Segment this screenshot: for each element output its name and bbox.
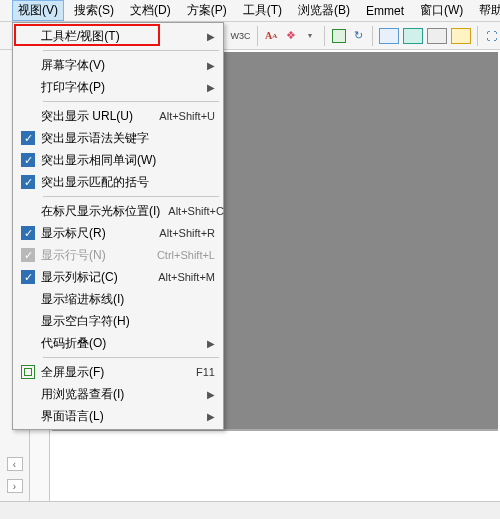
menu-item-screen-font[interactable]: 屏幕字体(V) ▶ [15,54,221,76]
menu-separator [43,196,219,197]
menubar-item-tools[interactable]: 工具(T) [237,0,288,21]
statusbar [0,501,500,519]
menu-item-highlight-brackets[interactable]: ✓ 突出显示匹配的括号 [15,171,221,193]
menu-item-toolbars[interactable]: 工具栏/视图(T) ▶ [15,25,221,47]
check-icon: ✓ [21,131,35,145]
chevron-right-icon[interactable]: › [7,479,23,493]
palette-icon[interactable]: ❖ [282,25,300,47]
menubar-item-project[interactable]: 方案(P) [181,0,233,21]
menu-item-fullscreen[interactable]: 全屏显示(F) F11 [15,361,221,383]
menu-item-column-marker[interactable]: ✓ 显示列标记(C) Alt+Shift+M [15,266,221,288]
menubar-item-view[interactable]: 视图(V) [12,0,64,21]
menubar-item-window[interactable]: 窗口(W) [414,0,469,21]
editor-blank-panel [52,429,498,499]
menubar-item-document[interactable]: 文档(D) [124,0,177,21]
panel-teal-icon[interactable] [402,25,424,47]
menubar-item-help[interactable]: 帮助(H) [473,0,500,21]
check-icon: ✓ [21,248,35,262]
refresh-icon[interactable]: ↻ [349,25,367,47]
menu-item-line-numbers[interactable]: ✓ 显示行号(N) Ctrl+Shift+L [15,244,221,266]
panel-blue-icon[interactable] [378,25,400,47]
check-icon: ✓ [21,226,35,240]
menubar: 视图(V) 搜索(S) 文档(D) 方案(P) 工具(T) 浏览器(B) Emm… [0,0,500,22]
chevron-left-icon[interactable]: ‹ [7,457,23,471]
menu-item-highlight-url[interactable]: 突出显示 URL(U) Alt+Shift+U [15,105,221,127]
menu-separator [43,101,219,102]
menubar-item-emmet[interactable]: Emmet [360,2,410,20]
menu-item-ruler-cursor[interactable]: 在标尺显示光标位置(I) Alt+Shift+C [15,200,221,222]
menu-item-indent-lines[interactable]: 显示缩进标线(I) [15,288,221,310]
toggle-a-icon[interactable] [330,25,348,47]
chevron-right-icon: ▶ [201,389,215,400]
separator-icon [324,26,325,46]
chevron-right-icon: ▶ [201,338,215,349]
separator-icon [257,26,258,46]
chevron-right-icon: ▶ [201,31,215,42]
view-menu: 工具栏/视图(T) ▶ 屏幕字体(V) ▶ 打印字体(P) ▶ 突出显示 URL… [12,22,224,430]
chevron-right-icon: ▶ [201,411,215,422]
menu-item-highlight-same-word[interactable]: ✓ 突出显示相同单词(W) [15,149,221,171]
panel-yellow-icon[interactable] [450,25,472,47]
menu-separator [43,50,219,51]
expand-icon[interactable]: ⛶ [483,25,501,47]
panel-gray-icon[interactable] [426,25,448,47]
menu-item-show-ruler[interactable]: ✓ 显示标尺(R) Alt+Shift+R [15,222,221,244]
separator-icon [477,26,478,46]
menu-separator [43,357,219,358]
w3c-icon[interactable]: W3C [230,25,252,47]
fullscreen-icon [21,365,35,379]
check-icon: ✓ [21,175,35,189]
menu-item-view-in-browser[interactable]: 用浏览器查看(I) ▶ [15,383,221,405]
menu-item-code-folding[interactable]: 代码折叠(O) ▶ [15,332,221,354]
font-size-icon[interactable]: AA [262,25,280,47]
menu-item-print-font[interactable]: 打印字体(P) ▶ [15,76,221,98]
menubar-item-browser[interactable]: 浏览器(B) [292,0,356,21]
menubar-item-search[interactable]: 搜索(S) [68,0,120,21]
menu-item-highlight-syntax[interactable]: ✓ 突出显示语法关键字 [15,127,221,149]
dropdown-icon[interactable]: ▾ [301,25,319,47]
separator-icon [372,26,373,46]
check-icon: ✓ [21,153,35,167]
menu-item-whitespace[interactable]: 显示空白字符(H) [15,310,221,332]
check-icon: ✓ [21,270,35,284]
chevron-right-icon: ▶ [201,82,215,93]
menu-item-ui-language[interactable]: 界面语言(L) ▶ [15,405,221,427]
chevron-right-icon: ▶ [201,60,215,71]
